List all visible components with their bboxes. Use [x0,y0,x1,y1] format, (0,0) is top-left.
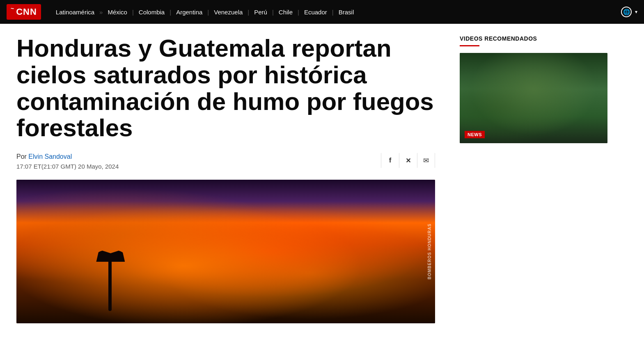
nav-items-container: Latinoamérica » México | Colombia | Arge… [51,9,621,16]
cnn-tilde: ~ [11,5,14,12]
nav-item-argentina[interactable]: Argentina [171,9,207,16]
meta-share-row: Por Elvin Sandoval 17:07 ET(21:07 GMT) 2… [16,153,435,180]
nav-item-colombia[interactable]: Colombia [134,9,170,16]
palm-tree-silhouette [108,258,112,311]
article-author: Por Elvin Sandoval [16,153,119,160]
email-icon: ✉ [423,156,429,165]
author-prefix: Por [16,153,28,160]
sidebar-red-bar [460,45,479,46]
globe-icon: 🌐 [621,7,632,17]
cnn-logo-text: CNN [16,7,37,17]
article-media: BOMBEROS HONDURAS [16,180,435,323]
author-link[interactable]: Elvin Sandoval [28,153,72,160]
nav-item-latinoamerica[interactable]: Latinoamérica [51,9,99,16]
sidebar-video-thumbnail[interactable]: NEWS [460,53,607,143]
nav-separator: » [99,9,103,16]
twitter-share-button[interactable]: ✕ [399,153,417,168]
nav-item-peru[interactable]: Perú [249,9,272,16]
article-meta: Por Elvin Sandoval 17:07 ET(21:07 GMT) 2… [16,153,119,170]
article-area: Honduras y Guatemala reportan cielos sat… [0,24,451,332]
nav-item-mexico[interactable]: México [103,9,132,16]
sidebar-section-title: VIDEOS RECOMENDADOS [460,35,607,42]
language-selector[interactable]: 🌐 ▾ [621,7,637,17]
top-navigation: ~ CNN Latinoamérica » México | Colombia … [0,0,644,24]
social-share-buttons: f ✕ ✉ [381,153,435,168]
cnn-logo[interactable]: ~ CNN [7,4,41,20]
nav-item-chile[interactable]: Chile [274,9,298,16]
nav-item-venezuela[interactable]: Venezuela [209,9,248,16]
article-date: 17:07 ET(21:07 GMT) 20 Mayo, 2024 [16,163,119,170]
nav-item-brasil[interactable]: Brasil [334,9,359,16]
media-watermark: BOMBEROS HONDURAS [427,180,432,323]
chevron-down-icon: ▾ [635,9,637,15]
facebook-icon: f [389,156,392,165]
facebook-share-button[interactable]: f [381,153,399,168]
email-share-button[interactable]: ✉ [417,153,435,168]
fire-scene-bg [16,180,435,323]
thumb-scene-bg [460,53,607,143]
news-badge: NEWS [465,131,485,138]
page-body: Honduras y Guatemala reportan cielos sat… [0,24,644,332]
nav-item-ecuador[interactable]: Ecuador [299,9,332,16]
sidebar: VIDEOS RECOMENDADOS NEWS [451,24,616,332]
article-title: Honduras y Guatemala reportan cielos sat… [16,35,435,142]
twitter-x-icon: ✕ [406,157,411,165]
